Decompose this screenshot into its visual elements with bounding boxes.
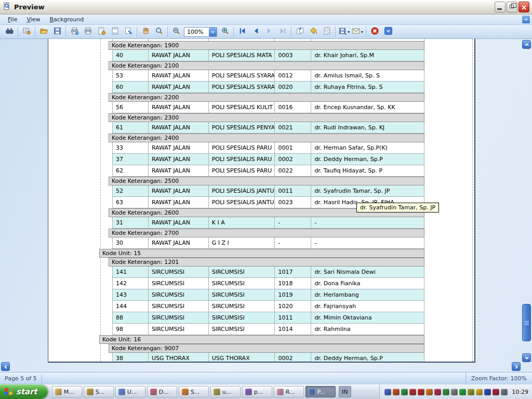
taskbar-task-s[interactable]: S... (84, 386, 114, 397)
zoom-out-button[interactable] (169, 26, 183, 38)
watermark-button[interactable] (320, 26, 334, 38)
zoom-dropdown-button[interactable] (209, 28, 217, 36)
table-cell-poli_name: SIRCUMSISI (209, 267, 275, 277)
zoom-in-button[interactable] (218, 26, 232, 38)
table-cell-doctor_code: 1017 (275, 267, 311, 277)
hand-tool-button[interactable] (139, 26, 152, 38)
toolbar-separator (65, 26, 66, 37)
taskbar-task-d[interactable]: D... (147, 386, 177, 397)
print-button[interactable] (81, 26, 95, 38)
table-cell-doctor_code: 0012 (275, 70, 311, 81)
magnifier-button[interactable] (152, 26, 166, 38)
scale-button[interactable] (122, 26, 135, 38)
table-cell-doctor_code: - (275, 237, 311, 248)
tools-icon[interactable] (468, 389, 474, 395)
table-row: 141SIRCUMSISISIRCUMSISI1017dr. Sari Nism… (112, 267, 424, 278)
menu-overflow-button[interactable] (522, 16, 530, 23)
preview-icon (309, 389, 315, 395)
vertical-scrollbar[interactable] (522, 40, 531, 362)
watermark-icon (323, 26, 331, 37)
scroll-thumb[interactable] (522, 304, 531, 341)
print-icon (84, 26, 92, 37)
taskbar-task-p[interactable]: p... (242, 386, 272, 397)
next-page-button[interactable] (262, 26, 276, 38)
save-button[interactable] (50, 26, 64, 38)
email-button[interactable]: ▾ (351, 26, 364, 38)
table-cell-doctor_code: 0002 (275, 353, 311, 363)
first-page-button[interactable] (235, 26, 249, 38)
taskbar-clock[interactable]: 10:29 (512, 389, 528, 395)
dropdown-caret-icon: ▾ (348, 30, 350, 34)
intel-icon[interactable] (484, 389, 491, 395)
volume-icon[interactable] (426, 389, 433, 395)
scale-icon (124, 26, 133, 37)
table-row: 53RAWAT JALANPOLI SPESIALIS SYARAF0012dr… (112, 70, 424, 82)
table-cell-doctor_code: 0023 (275, 197, 311, 208)
overflow-button[interactable] (381, 26, 395, 38)
taskbar-task-s[interactable]: S... (179, 386, 209, 397)
language-indicator[interactable]: IN (339, 386, 351, 397)
table-row: 40RAWAT JALANPOLI SPESIALIS MATA0003dr. … (112, 50, 424, 61)
close-button[interactable]: × (518, 2, 529, 12)
table-cell (113, 39, 149, 41)
last-page-button[interactable] (276, 26, 289, 38)
scroll-down-button[interactable] (522, 353, 531, 362)
zoom-in-icon (221, 26, 230, 37)
task-label: u... (222, 389, 231, 395)
menu-item-background[interactable]: Background (45, 15, 89, 24)
reminder-icon[interactable] (476, 389, 483, 395)
horizontal-scrollbar[interactable] (1, 362, 521, 371)
customize-button[interactable] (20, 26, 33, 38)
wireless-icon[interactable] (393, 389, 400, 395)
network-globe-icon[interactable] (401, 389, 408, 395)
scroll-up-button[interactable] (522, 40, 531, 49)
menu-item-file[interactable]: File (3, 15, 22, 24)
toolbar: ?100%▾▾ (0, 25, 532, 39)
multiple-pages-button[interactable] (293, 26, 307, 38)
taskbar-task-m[interactable]: M... (52, 386, 82, 397)
table-cell-doctor_name: dr. Mimin Oktaviana (311, 312, 424, 323)
graphics-icon[interactable] (459, 389, 466, 395)
search-button[interactable] (3, 26, 16, 38)
header-footer-button[interactable] (108, 26, 122, 38)
table-cell-doctor_code: 0011 (275, 185, 311, 196)
page-setup-button[interactable] (95, 26, 108, 38)
table-cell-poli_name: SIRCUMSISI (209, 312, 275, 323)
table-cell-code: 53 (113, 70, 149, 81)
taskbar-task-u[interactable]: u... (210, 386, 241, 397)
open-button[interactable] (37, 26, 50, 38)
display-icon[interactable] (501, 389, 508, 395)
chevron-left-icon (3, 364, 8, 369)
update-icon[interactable] (451, 389, 458, 395)
taskbar-task-p[interactable]: P... (305, 386, 336, 397)
print-dialog-button[interactable]: ? (68, 26, 81, 38)
security-shield-icon[interactable] (418, 389, 424, 395)
exit-button[interactable] (368, 26, 381, 38)
table-cell-code: 40 (113, 50, 149, 61)
display-error-icon[interactable] (409, 389, 416, 395)
table-cell-code: 141 (113, 267, 149, 277)
scroll-left-button[interactable] (1, 362, 10, 371)
table-cell-poli_name: POLI SPESIALIS PENYAK (209, 122, 275, 133)
export-button[interactable]: ▾ (337, 26, 351, 38)
taskbar-task-u[interactable]: U... (115, 386, 145, 397)
media-player-icon[interactable] (434, 389, 441, 395)
restore-button[interactable] (507, 2, 517, 12)
start-button[interactable]: start (0, 384, 48, 399)
task-label: p... (254, 389, 263, 395)
cd-burner-icon[interactable] (443, 389, 449, 395)
messenger-icon[interactable] (384, 389, 391, 395)
toolbar-separator (291, 26, 291, 37)
minimize-button[interactable] (495, 2, 506, 12)
previous-page-button[interactable] (249, 26, 262, 38)
menu-item-view[interactable]: View (22, 15, 45, 24)
tool-icon (87, 389, 94, 395)
zoom-combo[interactable]: 100% (184, 27, 217, 37)
scroll-right-button[interactable] (512, 362, 521, 371)
taskbar-task-r[interactable]: R... (274, 386, 304, 397)
zoom-value: 100% (184, 29, 209, 35)
table-row: 61RAWAT JALANPOLI SPESIALIS PENYAK0021dr… (112, 122, 424, 134)
background-color-button[interactable] (307, 26, 320, 38)
toolbar-separator (167, 26, 168, 37)
antivirus-icon[interactable] (493, 389, 499, 395)
